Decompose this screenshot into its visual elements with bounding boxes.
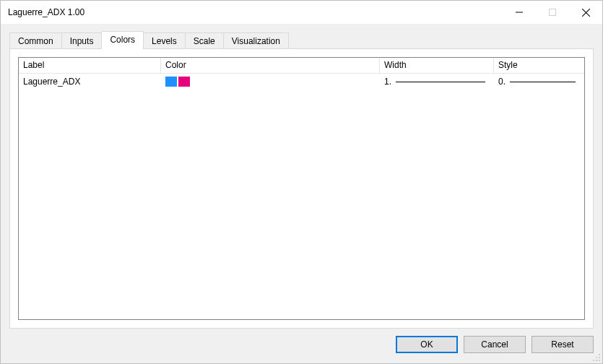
svg-point-7: [593, 360, 594, 361]
row-label: Laguerre_ADX: [19, 74, 161, 90]
dialog-window: Laguerre_ADX 1.00 Common Inputs Colors L…: [0, 0, 603, 364]
maximize-button: [536, 1, 569, 24]
tab-common[interactable]: Common: [9, 32, 62, 48]
header-style[interactable]: Style: [494, 58, 584, 73]
header-label[interactable]: Label: [19, 58, 161, 73]
tabstrip: Common Inputs Colors Levels Scale Visual…: [9, 31, 594, 48]
window-controls: [503, 1, 602, 24]
color-swatch-1[interactable]: [165, 77, 177, 87]
svg-rect-1: [550, 9, 556, 16]
color-swatch-2[interactable]: [178, 77, 190, 87]
cancel-button[interactable]: Cancel: [464, 336, 526, 353]
reset-button[interactable]: Reset: [532, 336, 594, 353]
tab-scale[interactable]: Scale: [186, 32, 224, 48]
width-line-sample: [396, 82, 485, 82]
tab-inputs[interactable]: Inputs: [62, 32, 103, 48]
titlebar: Laguerre_ADX 1.00: [1, 1, 602, 24]
grid-body: Laguerre_ADX 1. 0.: [19, 74, 584, 319]
row-color-cell[interactable]: [161, 74, 380, 90]
style-line-sample: [510, 82, 576, 82]
client-area: Common Inputs Colors Levels Scale Visual…: [1, 24, 602, 363]
row-style-cell[interactable]: 0.: [494, 74, 584, 90]
minimize-button[interactable]: [503, 1, 536, 24]
tab-visualization[interactable]: Visualization: [224, 32, 289, 48]
grid-header: Label Color Width Style: [19, 58, 584, 74]
tab-colors[interactable]: Colors: [102, 31, 144, 49]
svg-point-9: [599, 360, 600, 361]
row-width-cell[interactable]: 1.: [380, 74, 494, 90]
svg-point-8: [596, 360, 597, 361]
tab-panel-colors: Label Color Width Style Laguerre_ADX 1.: [9, 48, 594, 329]
svg-point-6: [599, 357, 600, 358]
colors-grid: Label Color Width Style Laguerre_ADX 1.: [18, 57, 585, 320]
svg-point-5: [596, 357, 597, 358]
width-index: 1.: [384, 77, 391, 87]
style-index: 0.: [498, 77, 506, 87]
close-button[interactable]: [569, 1, 602, 24]
table-row[interactable]: Laguerre_ADX 1. 0.: [19, 74, 584, 90]
header-width[interactable]: Width: [380, 58, 494, 73]
dialog-buttons: OK Cancel Reset: [9, 329, 594, 355]
svg-point-4: [599, 354, 600, 355]
resize-grip[interactable]: [592, 353, 601, 362]
tab-levels[interactable]: Levels: [144, 32, 186, 48]
window-title: Laguerre_ADX 1.00: [8, 7, 503, 17]
header-color[interactable]: Color: [161, 58, 380, 73]
ok-button[interactable]: OK: [396, 336, 458, 353]
